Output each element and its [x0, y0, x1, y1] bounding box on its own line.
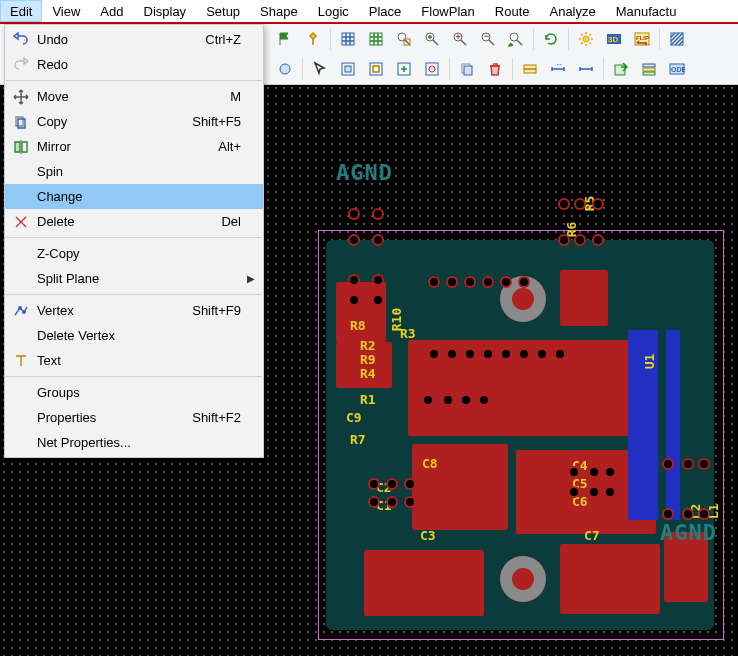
3d-icon[interactable]: 3D	[601, 26, 627, 52]
via	[684, 510, 692, 518]
grid1-icon[interactable]	[335, 26, 361, 52]
menu-item-copy[interactable]: CopyShift+F5	[5, 109, 263, 134]
zoom-out-icon[interactable]: −	[475, 26, 501, 52]
menu-item-label: Change	[33, 189, 241, 204]
refdes-label: R7	[350, 432, 366, 447]
zoom-fit-icon[interactable]	[419, 26, 445, 52]
hatch-icon[interactable]	[664, 26, 690, 52]
refdes-label: R3	[400, 326, 416, 341]
select-out-icon[interactable]	[419, 56, 445, 82]
layer-icon[interactable]	[517, 56, 543, 82]
via	[700, 510, 708, 518]
refdes-label: R8	[350, 318, 366, 333]
menu-item-label: Text	[33, 353, 241, 368]
via	[484, 350, 492, 358]
menu-item-redo[interactable]: Redo	[5, 52, 263, 77]
refresh-icon[interactable]	[538, 26, 564, 52]
refdes-label: R1	[360, 392, 376, 407]
menu-item-delete[interactable]: DeleteDel	[5, 209, 263, 234]
copper-region	[560, 544, 660, 614]
grid2-icon[interactable]	[363, 26, 389, 52]
mounting-hole	[500, 556, 546, 602]
stack-icon[interactable]	[636, 56, 662, 82]
refdes-label: R6	[564, 222, 579, 238]
menu-setup[interactable]: Setup	[196, 0, 250, 22]
menu-item-groups[interactable]: Groups	[5, 380, 263, 405]
menu-view[interactable]: View	[42, 0, 90, 22]
menu-item-label: Delete	[33, 214, 221, 229]
sun-icon[interactable]	[573, 26, 599, 52]
pin-icon[interactable]	[300, 26, 326, 52]
trash-icon[interactable]	[482, 56, 508, 82]
menu-item-net-properties[interactable]: Net Properties...	[5, 430, 263, 455]
odb-icon[interactable]: ODB	[664, 56, 690, 82]
svg-text:FLIP: FLIP	[636, 35, 649, 41]
svg-rect-21	[426, 63, 438, 75]
svg-rect-18	[345, 66, 351, 72]
pointer-icon[interactable]	[307, 56, 333, 82]
via	[424, 396, 432, 404]
menu-item-shortcut: Shift+F5	[192, 114, 245, 129]
menu-label: Analyze	[549, 4, 595, 19]
circle-icon[interactable]	[272, 56, 298, 82]
zoom-prev-icon[interactable]	[503, 26, 529, 52]
menu-item-change[interactable]: Change	[5, 184, 263, 209]
select-win-icon[interactable]	[363, 56, 389, 82]
menu-edit[interactable]: Edit	[0, 0, 42, 22]
menu-item-shortcut: Shift+F2	[192, 410, 245, 425]
via	[484, 278, 492, 286]
via	[594, 236, 602, 244]
via	[502, 278, 510, 286]
zoom-sel-icon[interactable]	[391, 26, 417, 52]
via	[466, 350, 474, 358]
via	[664, 460, 672, 468]
menu-item-mirror[interactable]: MirrorAlt+	[5, 134, 263, 159]
select-in-icon[interactable]	[391, 56, 417, 82]
via	[370, 498, 378, 506]
menu-manufactu[interactable]: Manufactu	[606, 0, 687, 22]
menu-flowplan[interactable]: FlowPlan	[411, 0, 484, 22]
flip-icon[interactable]: FLIP	[629, 26, 655, 52]
menu-label: Manufactu	[616, 4, 677, 19]
menu-route[interactable]: Route	[485, 0, 540, 22]
measure-icon[interactable]: ↔	[545, 56, 571, 82]
menu-display[interactable]: Display	[134, 0, 197, 22]
menu-item-spin[interactable]: Spin	[5, 159, 263, 184]
svg-rect-29	[643, 68, 655, 71]
menu-item-z-copy[interactable]: Z-Copy	[5, 241, 263, 266]
menu-logic[interactable]: Logic	[308, 0, 359, 22]
plane-label: AGND	[336, 160, 393, 185]
via	[430, 350, 438, 358]
menu-label: Edit	[10, 4, 32, 19]
menu-item-split-plane[interactable]: Split Plane▶	[5, 266, 263, 291]
via	[350, 276, 358, 284]
menu-item-undo[interactable]: UndoCtrl+Z	[5, 27, 263, 52]
menubar: EditViewAddDisplaySetupShapeLogicPlaceFl…	[0, 0, 738, 24]
menu-item-label: Undo	[33, 32, 205, 47]
menu-item-move[interactable]: MoveM	[5, 84, 263, 109]
via	[444, 396, 452, 404]
menu-place[interactable]: Place	[359, 0, 412, 22]
flag-icon[interactable]	[272, 26, 298, 52]
menu-shape[interactable]: Shape	[250, 0, 308, 22]
menu-item-vertex[interactable]: VertexShift+F9	[5, 298, 263, 323]
via	[570, 468, 578, 476]
select-rect-icon[interactable]	[335, 56, 361, 82]
via	[570, 488, 578, 496]
refdes-label: C3	[420, 528, 436, 543]
copy-icon[interactable]	[454, 56, 480, 82]
menu-item-delete-vertex[interactable]: Delete Vertex	[5, 323, 263, 348]
menu-analyze[interactable]: Analyze	[539, 0, 605, 22]
menu-item-properties[interactable]: PropertiesShift+F2	[5, 405, 263, 430]
ruler-icon[interactable]	[573, 56, 599, 82]
zoom-in-icon[interactable]: +	[447, 26, 473, 52]
via	[560, 236, 568, 244]
undo-icon	[9, 32, 33, 48]
mirror-icon	[9, 139, 33, 155]
menu-add[interactable]: Add	[90, 0, 133, 22]
menu-item-label: Move	[33, 89, 230, 104]
menu-item-text[interactable]: Text	[5, 348, 263, 373]
menu-label: Setup	[206, 4, 240, 19]
svg-text:+: +	[456, 32, 461, 42]
export-icon[interactable]	[608, 56, 634, 82]
